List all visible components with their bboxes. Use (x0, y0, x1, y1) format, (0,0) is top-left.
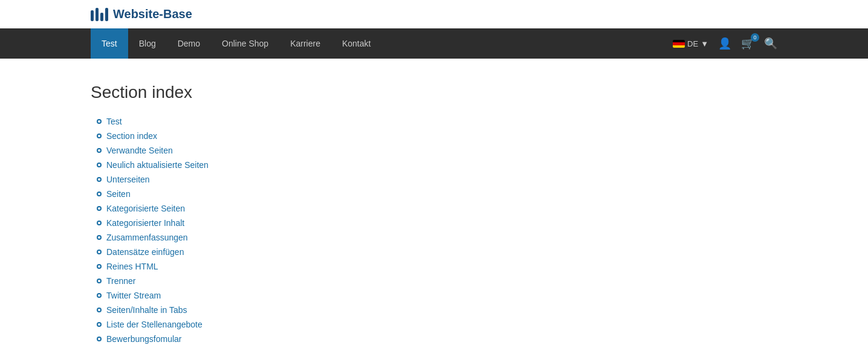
list-bullet (97, 119, 102, 124)
section-link[interactable]: Seiten/Inhalte in Tabs (106, 305, 187, 315)
nav-item-test[interactable]: Test (91, 28, 128, 59)
cart-badge: 0 (751, 33, 759, 42)
language-label: DE (687, 39, 698, 48)
list-item: Neulich aktualisierte Seiten (97, 160, 777, 170)
section-link[interactable]: Trenner (106, 276, 136, 286)
nav-item-online-shop[interactable]: Online Shop (211, 28, 279, 59)
list-bullet (97, 250, 102, 254)
list-bullet (97, 206, 102, 211)
section-link[interactable]: Kategorisierte Seiten (106, 204, 185, 213)
list-item: Reines HTML (97, 262, 777, 271)
logo-icon (91, 8, 108, 21)
list-bullet (97, 134, 102, 138)
section-link[interactable]: Verwandte Seiten (106, 146, 173, 155)
nav-links: Test Blog Demo Online Shop Karriere Kont… (91, 28, 381, 59)
section-link[interactable]: Bewerbungsfomular (106, 334, 182, 344)
language-selector[interactable]: DE ▼ (673, 39, 708, 48)
list-bullet (97, 322, 102, 327)
navbar: Test Blog Demo Online Shop Karriere Kont… (0, 28, 868, 59)
list-bullet (97, 337, 102, 341)
section-link[interactable]: Twitter Stream (106, 291, 161, 300)
section-link[interactable]: Zusammenfassungen (106, 233, 188, 242)
section-link[interactable]: Reines HTML (106, 262, 158, 271)
section-link[interactable]: Unterseiten (106, 175, 150, 184)
logo[interactable]: Website-Base (91, 7, 192, 21)
list-item: Unterseiten (97, 175, 777, 184)
list-bullet (97, 177, 102, 182)
list-item: Kategorisierter Inhalt (97, 218, 777, 228)
search-icon[interactable]: 🔍 (764, 37, 777, 50)
list-bullet (97, 264, 102, 269)
list-item: Seiten/Inhalte in Tabs (97, 305, 777, 315)
section-link[interactable]: Datensätze einfügen (106, 247, 184, 257)
list-item: Bewerbungsfomular (97, 334, 777, 344)
list-bullet (97, 293, 102, 298)
logo-bar-1 (91, 10, 94, 21)
list-bullet (97, 221, 102, 225)
list-item: Seiten (97, 189, 777, 199)
section-link[interactable]: Neulich aktualisierte Seiten (106, 160, 209, 170)
list-item: Trenner (97, 276, 777, 286)
list-bullet (97, 163, 102, 167)
list-item: Section index (97, 131, 777, 141)
list-item: Liste der Stellenangebote (97, 320, 777, 329)
list-item: Datensätze einfügen (97, 247, 777, 257)
nav-item-kontakt[interactable]: Kontakt (331, 28, 381, 59)
header: Website-Base (0, 0, 868, 28)
list-item: Kategorisierte Seiten (97, 204, 777, 213)
list-item: Test (97, 117, 777, 126)
section-link[interactable]: Kategorisierter Inhalt (106, 218, 184, 228)
section-link[interactable]: Liste der Stellenangebote (106, 320, 202, 329)
cart-icon[interactable]: 🛒 0 (741, 37, 754, 50)
nav-right: DE ▼ 👤 🛒 0 🔍 (673, 37, 777, 50)
section-link[interactable]: Section index (106, 131, 157, 141)
nav-item-karriere[interactable]: Karriere (279, 28, 331, 59)
logo-bar-2 (96, 8, 99, 21)
logo-bar-4 (105, 8, 108, 21)
nav-item-demo[interactable]: Demo (167, 28, 211, 59)
nav-item-blog[interactable]: Blog (128, 28, 167, 59)
section-list: TestSection indexVerwandte SeitenNeulich… (91, 117, 777, 344)
list-bullet (97, 192, 102, 196)
main-content: Section index TestSection indexVerwandte… (0, 59, 868, 345)
list-item: Zusammenfassungen (97, 233, 777, 242)
list-bullet (97, 308, 102, 312)
user-icon[interactable]: 👤 (718, 37, 731, 50)
logo-bar-3 (100, 13, 103, 21)
list-bullet (97, 279, 102, 283)
list-item: Verwandte Seiten (97, 146, 777, 155)
list-item: Twitter Stream (97, 291, 777, 300)
section-link[interactable]: Seiten (106, 189, 131, 199)
logo-text: Website-Base (113, 7, 192, 21)
page-title: Section index (91, 83, 777, 102)
chevron-down-icon: ▼ (701, 39, 708, 48)
flag-de-icon (673, 40, 685, 48)
list-bullet (97, 148, 102, 153)
section-link[interactable]: Test (106, 117, 122, 126)
list-bullet (97, 235, 102, 240)
